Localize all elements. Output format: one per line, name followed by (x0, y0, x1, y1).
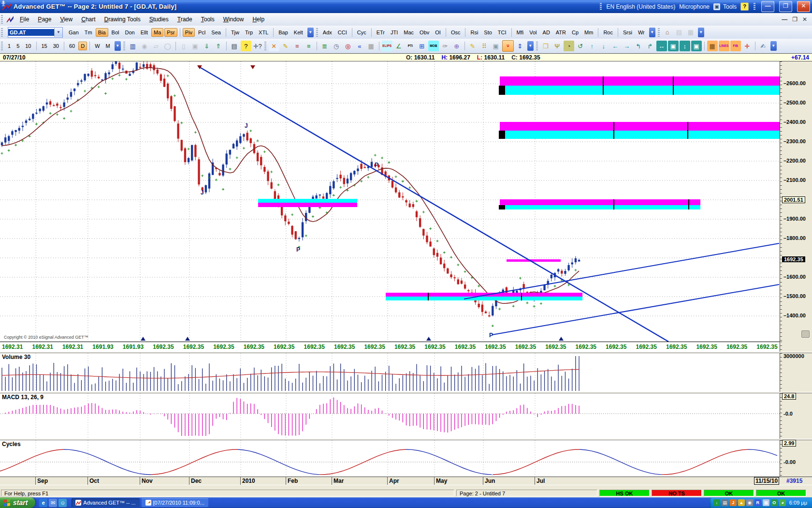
menubar-grip[interactable] (1, 15, 3, 24)
toolbar-button-cp[interactable]: Cp (569, 28, 581, 37)
toolbar-overflow-icon[interactable]: ▼ (527, 41, 534, 51)
menu-page[interactable]: Page (34, 15, 55, 24)
language-help-button[interactable]: ? (740, 2, 749, 11)
home-icon[interactable]: ⌂ (662, 27, 673, 38)
toolbar-button-don[interactable]: Don (123, 28, 137, 37)
help-icon[interactable]: ? (241, 41, 251, 51)
toolbar-button-pcl[interactable]: Pcl (196, 28, 208, 37)
toolbar-overflow-icon[interactable]: ▼ (115, 41, 121, 51)
child-close-button[interactable]: ✕ (802, 16, 807, 23)
split-view-icon[interactable]: ⇕ (515, 41, 525, 51)
stopwatch-icon[interactable]: ◔ (564, 41, 574, 51)
mail-notifier-icon[interactable]: ▦ (763, 499, 769, 506)
toolbar-button-oi[interactable]: OI (433, 28, 443, 37)
toolbar-button-tjw[interactable]: Tjw (229, 28, 242, 37)
toolbar-button-vol[interactable]: Vol (527, 28, 539, 37)
toolbar-button-60[interactable]: 60 (67, 42, 77, 50)
toolbar-button-obv[interactable]: Obv (417, 28, 432, 37)
menu-trade[interactable]: Trade (174, 15, 196, 24)
grid-icon[interactable]: ▦ (366, 41, 377, 51)
fib-tool-icon[interactable]: FIB (730, 41, 741, 51)
symbol-combo[interactable]: GD.AT ▼ (8, 27, 63, 38)
highlighter-icon[interactable]: ✎ (467, 41, 478, 51)
price-axis[interactable]: –2600.00–2500.00–2400.00–2300.00–2200.00… (780, 61, 812, 342)
context-help-icon[interactable]: ✛? (252, 41, 263, 51)
document-icon[interactable] (7, 16, 14, 23)
toolbar-grip[interactable] (264, 42, 266, 50)
menu-window[interactable]: Window (219, 15, 248, 24)
new-chart-icon[interactable]: ▥ (128, 41, 138, 51)
pdf-icon[interactable]: R (754, 499, 761, 506)
close-button[interactable]: ✕ (797, 1, 810, 12)
menu-studies[interactable]: Studies (145, 15, 173, 24)
toolbar-button-mm[interactable]: Mm (582, 28, 595, 37)
taskbar-task-1[interactable]: Advanced GET™ -- ... (72, 498, 139, 507)
toolbar-overflow-icon[interactable]: ▼ (307, 28, 314, 37)
magnet-u-icon[interactable]: U (502, 40, 514, 52)
child-restore-button[interactable]: ❐ (792, 16, 798, 23)
compress-vertical-icon[interactable]: ▣ (691, 41, 702, 51)
zoom-in-icon[interactable]: ⊕ (451, 41, 462, 51)
security-shield-icon[interactable]: ▲ (738, 499, 745, 506)
volume-icon[interactable]: ◉ (746, 499, 753, 506)
pencil-icon[interactable]: ✎ (280, 41, 291, 51)
toolbar-button-w[interactable]: W (92, 42, 102, 50)
toolbar-grip[interactable] (1, 42, 3, 50)
red-cross-icon[interactable]: ✛ (742, 41, 753, 51)
toolbar-button-kelt[interactable]: Kelt (291, 28, 305, 37)
symbol-dropdown-icon[interactable]: ▼ (54, 28, 62, 37)
expand-horizontal-icon[interactable]: ↔ (656, 41, 667, 51)
language-tools-button[interactable]: ▣ Tools (713, 3, 737, 10)
toolbar-button-5[interactable]: 5 (14, 42, 22, 50)
menu-tools[interactable]: Tools (197, 15, 218, 24)
export-icon[interactable]: ⇑ (213, 41, 224, 51)
print-icon[interactable]: ▤ (229, 41, 240, 51)
toolbar-button-osc[interactable]: Osc (449, 28, 463, 37)
cycles-panel[interactable]: Cycles 2.99 -0.00 (0, 440, 812, 477)
toolbar-button-psr[interactable]: Psr (164, 28, 177, 37)
toolbar-button-atr[interactable]: ATR (553, 28, 568, 37)
angle-tool-icon[interactable]: ∠ (393, 41, 404, 51)
toolbar-button-wr[interactable]: Wr (636, 28, 647, 37)
horizontal-lines-icon[interactable]: ≡ (304, 41, 314, 51)
toolbar-button-adx[interactable]: Adx (320, 28, 334, 37)
regression-lines-icon[interactable]: ≣ (319, 41, 330, 51)
messenger-icon[interactable]: ☺ (58, 499, 67, 507)
arrow-left-icon[interactable]: ← (610, 41, 621, 51)
import-icon[interactable]: ⇓ (202, 41, 212, 51)
update-arrow-icon[interactable]: ↓ (713, 499, 720, 506)
graphics-icon[interactable]: ◕ (779, 499, 786, 506)
time-axis[interactable]: 11/15/10 #3915 SepOctNovDec2010FebMarApr… (0, 477, 812, 485)
arrow-up-icon[interactable]: ↑ (587, 41, 597, 51)
refresh-icon[interactable]: ↺ (575, 41, 586, 51)
title-bar[interactable]: Advanced GET™ -- Page 2: Untitled 7 - [G… (0, 0, 812, 13)
axis-corner-icon[interactable] (801, 330, 810, 338)
toolbar-button-mac[interactable]: Mac (401, 28, 416, 37)
menu-help[interactable]: Help (248, 15, 268, 24)
toolbar-grip[interactable] (123, 42, 125, 50)
toolbar-grip[interactable] (1, 28, 3, 37)
toolbar-button-ad[interactable]: AD (540, 28, 552, 37)
menu-file[interactable]: File (16, 15, 33, 24)
toolbar-button-30[interactable]: 30 (51, 42, 61, 50)
toolbar-button-cci[interactable]: CCI (335, 28, 349, 37)
toolbar-button-bia[interactable]: Bia (96, 28, 108, 37)
taskbar-task-2[interactable]: [07/27/2010 11:09:0... (142, 498, 208, 507)
arrow-down-icon[interactable]: ↓ (598, 41, 609, 51)
toolbar-button-gan[interactable]: Gan (66, 28, 81, 37)
toolbar-grip[interactable] (536, 42, 538, 50)
toolbar-button-srsi[interactable]: Srsi (621, 28, 635, 37)
pti-icon[interactable]: PTI (405, 41, 416, 51)
toolbar-button-tci[interactable]: TCI (495, 28, 509, 37)
toolbar-button-bap[interactable]: Bap (276, 28, 290, 37)
open-folder-icon[interactable]: ❒ (540, 41, 551, 51)
minimize-button[interactable]: — (761, 1, 774, 12)
toolbar-button-rsi[interactable]: Rsi (468, 28, 480, 37)
step-down-icon[interactable]: ↱ (645, 41, 655, 51)
properties-icon[interactable]: ✍ (758, 41, 768, 51)
step-up-icon[interactable]: ↰ (633, 41, 644, 51)
toolbar-button-bol[interactable]: Bol (109, 28, 122, 37)
volume-panel[interactable]: Volume 30 3000000 (0, 353, 812, 392)
target-icon[interactable]: ◎ (343, 41, 353, 51)
toolbar-button-d[interactable]: D (78, 42, 87, 50)
